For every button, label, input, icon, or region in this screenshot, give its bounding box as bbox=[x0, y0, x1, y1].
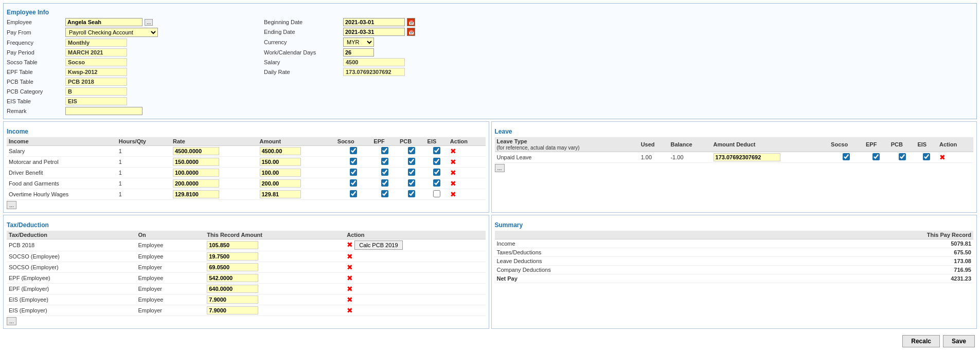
income-socso-checkbox[interactable] bbox=[350, 147, 357, 154]
tax-delete-icon[interactable]: ✖ bbox=[347, 285, 353, 293]
income-epf-checkbox[interactable] bbox=[381, 179, 388, 187]
leave-row-eis[interactable] bbox=[915, 152, 937, 163]
income-row-action[interactable]: ✖ bbox=[448, 189, 486, 200]
employee-ellipsis-button[interactable]: ... bbox=[145, 19, 153, 26]
income-socso-checkbox[interactable] bbox=[350, 158, 357, 165]
tax-row-action[interactable]: ✖ bbox=[345, 251, 485, 262]
leave-epf-checkbox[interactable] bbox=[872, 153, 880, 160]
income-pcb-checkbox[interactable] bbox=[408, 190, 415, 197]
income-pcb-checkbox[interactable] bbox=[408, 169, 415, 176]
calc-pcb-button[interactable]: Calc PCB 2019 bbox=[354, 240, 402, 250]
remark-input[interactable] bbox=[65, 107, 142, 115]
income-socso-checkbox[interactable] bbox=[350, 190, 357, 197]
save-button[interactable]: Save bbox=[943, 335, 975, 347]
income-row-eis[interactable] bbox=[425, 178, 448, 189]
income-amount-input[interactable] bbox=[260, 169, 301, 177]
income-row-socso[interactable] bbox=[335, 189, 372, 200]
tax-amount-input[interactable] bbox=[207, 285, 258, 293]
income-eis-checkbox[interactable] bbox=[433, 179, 440, 187]
tax-row-action[interactable]: ✖ bbox=[345, 284, 485, 294]
income-epf-checkbox[interactable] bbox=[381, 147, 388, 154]
tax-amount-input[interactable] bbox=[207, 263, 258, 271]
income-row-eis[interactable] bbox=[425, 157, 448, 168]
income-row-epf[interactable] bbox=[371, 157, 398, 168]
beginning-date-calendar-icon[interactable]: 📅 bbox=[407, 18, 415, 26]
tax-delete-icon[interactable]: ✖ bbox=[347, 274, 353, 282]
ending-date-calendar-icon[interactable]: 📅 bbox=[407, 28, 415, 36]
tax-amount-input[interactable] bbox=[207, 274, 258, 282]
income-row-action[interactable]: ✖ bbox=[448, 168, 486, 178]
leave-row-action[interactable]: ✖ bbox=[937, 152, 973, 163]
leave-row-socso[interactable] bbox=[829, 152, 864, 163]
income-epf-checkbox[interactable] bbox=[381, 158, 388, 165]
income-pcb-checkbox[interactable] bbox=[408, 158, 415, 165]
income-epf-checkbox[interactable] bbox=[381, 169, 388, 176]
income-amount-input[interactable] bbox=[260, 190, 301, 198]
pay-from-select[interactable]: Payroll Checking Account bbox=[65, 28, 158, 37]
income-delete-icon[interactable]: ✖ bbox=[450, 147, 456, 155]
income-rate-input[interactable] bbox=[173, 190, 219, 198]
income-delete-icon[interactable]: ✖ bbox=[450, 190, 456, 198]
income-row-pcb[interactable] bbox=[398, 189, 425, 200]
income-delete-icon[interactable]: ✖ bbox=[450, 169, 456, 177]
income-delete-icon[interactable]: ✖ bbox=[450, 158, 456, 166]
tax-row-action[interactable]: ✖ bbox=[345, 262, 485, 273]
recalc-button[interactable]: Recalc bbox=[902, 335, 940, 347]
income-row-socso[interactable] bbox=[335, 178, 372, 189]
income-eis-checkbox[interactable] bbox=[433, 147, 440, 154]
income-amount-input[interactable] bbox=[260, 179, 301, 188]
income-epf-checkbox[interactable] bbox=[381, 190, 388, 197]
income-rate-input[interactable] bbox=[173, 179, 219, 188]
income-eis-checkbox[interactable] bbox=[433, 158, 440, 165]
income-delete-icon[interactable]: ✖ bbox=[450, 179, 456, 188]
income-amount-input[interactable] bbox=[260, 158, 301, 166]
tax-delete-icon[interactable]: ✖ bbox=[347, 240, 353, 249]
income-row-action[interactable]: ✖ bbox=[448, 178, 486, 189]
income-rate-input[interactable] bbox=[173, 147, 219, 155]
income-row-eis[interactable] bbox=[425, 146, 448, 157]
income-row-pcb[interactable] bbox=[398, 146, 425, 157]
income-row-action[interactable]: ✖ bbox=[448, 157, 486, 168]
leave-eis-checkbox[interactable] bbox=[923, 153, 930, 160]
leave-delete-icon[interactable]: ✖ bbox=[939, 153, 946, 161]
income-rate-input[interactable] bbox=[173, 158, 219, 166]
income-amount-input[interactable] bbox=[260, 147, 301, 155]
income-row-pcb[interactable] bbox=[398, 178, 425, 189]
tax-amount-input[interactable] bbox=[207, 306, 258, 314]
income-pcb-checkbox[interactable] bbox=[408, 179, 415, 187]
tax-delete-icon[interactable]: ✖ bbox=[347, 295, 353, 304]
income-row-socso[interactable] bbox=[335, 168, 372, 178]
tax-row-action[interactable]: ✖ bbox=[345, 294, 485, 305]
employee-input[interactable] bbox=[65, 18, 142, 26]
income-row-epf[interactable] bbox=[371, 146, 398, 157]
income-eis-checkbox[interactable] bbox=[433, 190, 440, 197]
income-row-eis[interactable] bbox=[425, 189, 448, 200]
income-row-socso[interactable] bbox=[335, 146, 372, 157]
leave-amount-deduct-input[interactable] bbox=[714, 153, 780, 161]
tax-delete-icon[interactable]: ✖ bbox=[347, 263, 353, 271]
income-eis-checkbox[interactable] bbox=[433, 169, 440, 176]
tax-amount-input[interactable] bbox=[207, 252, 258, 261]
leave-socso-checkbox[interactable] bbox=[843, 153, 850, 160]
leave-add-button[interactable]: ... bbox=[495, 164, 505, 172]
income-row-pcb[interactable] bbox=[398, 157, 425, 168]
tax-amount-input[interactable] bbox=[207, 241, 258, 249]
income-add-button[interactable]: ... bbox=[7, 201, 16, 209]
tax-delete-icon[interactable]: ✖ bbox=[347, 252, 353, 261]
leave-row-epf[interactable] bbox=[864, 152, 889, 163]
ending-date-input[interactable] bbox=[343, 28, 405, 36]
tax-amount-input[interactable] bbox=[207, 295, 258, 304]
income-row-eis[interactable] bbox=[425, 168, 448, 178]
tax-row-action[interactable]: ✖ Calc PCB 2019 bbox=[345, 239, 485, 251]
tax-delete-icon[interactable]: ✖ bbox=[347, 306, 353, 314]
tax-row-action[interactable]: ✖ bbox=[345, 273, 485, 284]
income-row-pcb[interactable] bbox=[398, 168, 425, 178]
tax-row-action[interactable]: ✖ bbox=[345, 305, 485, 316]
tax-add-button[interactable]: ... bbox=[7, 317, 16, 325]
beginning-date-input[interactable] bbox=[343, 18, 405, 26]
currency-select[interactable]: MYR bbox=[343, 38, 374, 47]
income-row-epf[interactable] bbox=[371, 189, 398, 200]
income-row-socso[interactable] bbox=[335, 157, 372, 168]
income-row-action[interactable]: ✖ bbox=[448, 146, 486, 157]
leave-pcb-checkbox[interactable] bbox=[899, 153, 906, 160]
